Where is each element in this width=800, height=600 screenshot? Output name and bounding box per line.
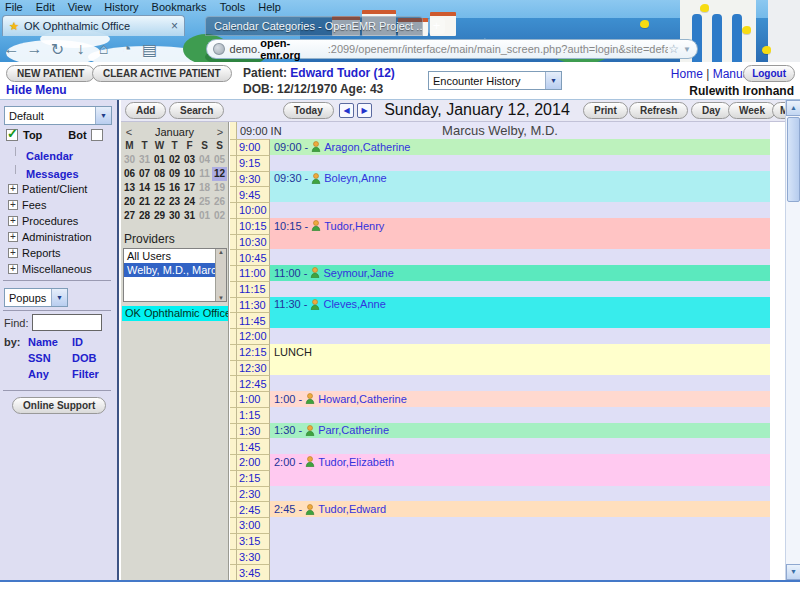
time-label[interactable]: 12:00 bbox=[237, 328, 270, 344]
minical-day[interactable]: 30 bbox=[167, 209, 182, 223]
time-label[interactable]: 1:00 bbox=[237, 391, 270, 407]
find-by-name[interactable]: Name bbox=[28, 336, 72, 348]
minical-day[interactable]: 15 bbox=[152, 181, 167, 195]
menu-bookmarks[interactable]: Bookmarks bbox=[152, 1, 207, 13]
minical-day[interactable]: 01 bbox=[197, 209, 212, 223]
scroll-down-icon[interactable]: ▼ bbox=[786, 564, 800, 580]
slot-strip[interactable] bbox=[230, 501, 237, 517]
minical-day[interactable]: 30 bbox=[122, 153, 137, 167]
refresh-button[interactable]: Refresh bbox=[629, 102, 688, 119]
slot-strip[interactable] bbox=[230, 564, 237, 580]
sidebar-item-fees[interactable]: Fees bbox=[0, 197, 118, 213]
find-by-any[interactable]: Any bbox=[28, 368, 72, 380]
slot-strip[interactable] bbox=[230, 549, 237, 565]
appointment-patient-link[interactable]: Howard,Catherine bbox=[318, 393, 407, 405]
logout-button[interactable]: Logout bbox=[743, 65, 795, 82]
slot-strip[interactable] bbox=[230, 139, 237, 155]
time-slot[interactable] bbox=[270, 312, 770, 328]
time-slot[interactable] bbox=[270, 486, 770, 502]
popups-select[interactable]: Popups ▼ bbox=[4, 288, 68, 307]
slot-strip[interactable] bbox=[230, 470, 237, 486]
new-tab-button[interactable]: + bbox=[428, 18, 445, 34]
time-slot[interactable] bbox=[270, 533, 770, 549]
minical-day[interactable]: 02 bbox=[167, 153, 182, 167]
appointment[interactable]: 10:15 - Tudor,Henry bbox=[270, 218, 770, 234]
hide-menu-link[interactable]: Hide Menu bbox=[6, 83, 67, 97]
slot-strip[interactable] bbox=[230, 249, 237, 265]
time-slot[interactable] bbox=[270, 470, 770, 486]
minical-day[interactable]: 06 bbox=[122, 167, 137, 181]
print-button[interactable]: Print bbox=[583, 102, 628, 119]
minical-day[interactable]: 11 bbox=[197, 167, 212, 181]
slot-strip[interactable] bbox=[230, 533, 237, 549]
appointment[interactable]: 11:00 - Seymour,Jane bbox=[270, 265, 770, 281]
encounter-history-select[interactable]: Encounter History ▼ bbox=[428, 71, 562, 90]
appointment[interactable]: 09:30 - Boleyn,Anne bbox=[270, 171, 770, 187]
slot-strip[interactable] bbox=[230, 218, 237, 234]
find-by-id[interactable]: ID bbox=[72, 336, 83, 348]
time-label[interactable]: 11:45 bbox=[237, 312, 270, 328]
expand-icon[interactable] bbox=[8, 232, 18, 242]
slot-strip[interactable] bbox=[230, 344, 237, 360]
menu-history[interactable]: History bbox=[104, 1, 138, 13]
appointment-patient-link[interactable]: Aragon,Catherine bbox=[324, 141, 410, 153]
time-slot[interactable] bbox=[270, 281, 770, 297]
home-link[interactable]: Home bbox=[671, 67, 703, 81]
back-icon[interactable]: ← bbox=[0, 40, 23, 59]
minical-day[interactable]: 07 bbox=[137, 167, 152, 181]
tab-calendar-categories[interactable]: Calendar Categories - OpenEMR Project ..… bbox=[205, 16, 423, 36]
vertical-scrollbar[interactable]: ▲ ▼ bbox=[785, 100, 800, 580]
top-checkbox[interactable] bbox=[6, 129, 18, 141]
time-slot[interactable] bbox=[270, 407, 770, 423]
expand-icon[interactable] bbox=[8, 248, 18, 258]
slot-strip[interactable] bbox=[230, 155, 237, 171]
time-slot[interactable] bbox=[270, 564, 770, 580]
slot-strip[interactable] bbox=[230, 312, 237, 328]
prev-month-icon[interactable]: < bbox=[122, 126, 136, 138]
appointment[interactable]: 2:45 - Tudor,Edward bbox=[270, 501, 770, 517]
download-icon[interactable]: ↓ bbox=[69, 40, 92, 59]
forward-icon[interactable]: → bbox=[23, 40, 46, 59]
time-label[interactable]: 2:00 bbox=[237, 454, 270, 470]
minical-day[interactable]: 16 bbox=[167, 181, 182, 195]
expand-icon[interactable] bbox=[8, 200, 18, 210]
previous-day-button[interactable]: ◀ bbox=[339, 103, 354, 118]
minical-day[interactable]: 14 bbox=[137, 181, 152, 195]
time-label[interactable]: 1:30 bbox=[237, 423, 270, 439]
new-patient-button[interactable]: NEW PATIENT bbox=[6, 65, 95, 82]
minical-day[interactable]: 31 bbox=[137, 153, 152, 167]
scrollbar-thumb[interactable] bbox=[787, 117, 800, 202]
providers-scrollbar[interactable]: ▲▼ bbox=[215, 249, 226, 301]
time-slot[interactable] bbox=[270, 155, 770, 171]
slot-strip[interactable] bbox=[230, 360, 237, 376]
reload-icon[interactable]: ↻ bbox=[46, 40, 69, 59]
minical-day[interactable]: 18 bbox=[197, 181, 212, 195]
time-slot[interactable] bbox=[270, 234, 770, 250]
find-by-filter[interactable]: Filter bbox=[72, 368, 99, 380]
appointment-patient-link[interactable]: Seymour,Jane bbox=[323, 267, 393, 279]
time-label[interactable]: 1:45 bbox=[237, 438, 270, 454]
menu-tools[interactable]: Tools bbox=[220, 1, 246, 13]
today-button[interactable]: Today bbox=[283, 102, 334, 119]
expand-icon[interactable] bbox=[8, 216, 18, 226]
appointment[interactable]: 1:00 - Howard,Catherine bbox=[270, 391, 770, 407]
minical-day[interactable]: 19 bbox=[212, 181, 227, 195]
next-day-button[interactable]: ▶ bbox=[357, 103, 372, 118]
time-label[interactable]: 10:00 bbox=[237, 202, 270, 218]
time-label[interactable]: 1:15 bbox=[237, 407, 270, 423]
time-label[interactable]: 9:30 bbox=[237, 171, 270, 187]
appointment-patient-link[interactable]: Tudor,Elizabeth bbox=[318, 456, 394, 468]
time-label[interactable]: 2:45 bbox=[237, 501, 270, 517]
slot-strip[interactable] bbox=[230, 186, 237, 202]
minical-day[interactable]: 28 bbox=[137, 209, 152, 223]
slot-strip[interactable] bbox=[230, 265, 237, 281]
time-slot[interactable] bbox=[270, 438, 770, 454]
minical-selected-day[interactable]: 12 bbox=[212, 167, 227, 181]
time-slot[interactable]: LUNCH bbox=[270, 344, 770, 360]
time-label[interactable]: 10:45 bbox=[237, 249, 270, 265]
time-label[interactable]: 11:15 bbox=[237, 281, 270, 297]
slot-strip[interactable] bbox=[230, 171, 237, 187]
history-icon[interactable]: ◔ bbox=[115, 40, 138, 59]
appointment-patient-link[interactable]: Tudor,Henry bbox=[324, 220, 384, 232]
sidebar-item-reports[interactable]: Reports bbox=[0, 245, 118, 261]
